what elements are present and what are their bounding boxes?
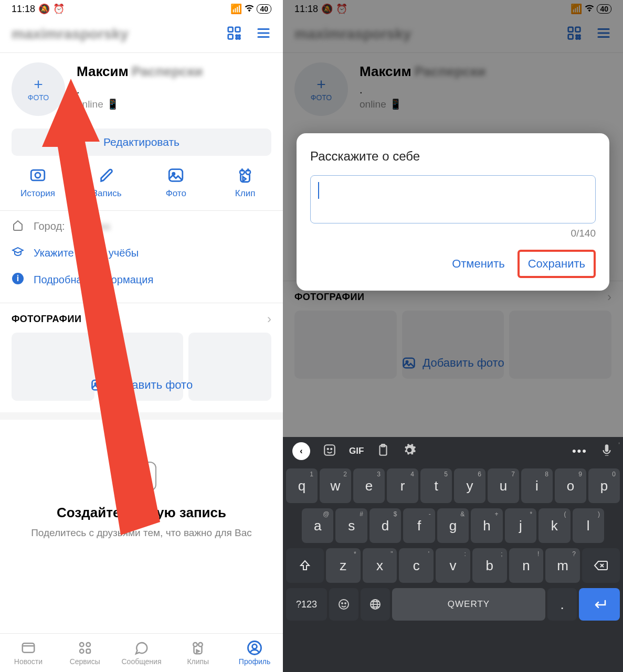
key-w[interactable]: w2: [320, 468, 351, 503]
key-z[interactable]: z*: [326, 548, 361, 583]
tab-services[interactable]: Сервисы: [57, 634, 113, 672]
tab-clips[interactable]: Клипы: [170, 634, 226, 672]
sticker-icon[interactable]: [323, 443, 336, 459]
avatar-add-photo[interactable]: + ФОТО: [12, 62, 65, 116]
page-header: maximrasporsky: [0, 18, 283, 52]
action-clip[interactable]: Клип: [210, 166, 280, 199]
bottom-tabbar: Новости Сервисы Сообщения Клипы Профиль: [0, 633, 283, 672]
kbd-row-1: q1w2e3r4t5y6u7i8o9p0: [286, 468, 620, 503]
tab-messages[interactable]: Сообщения: [113, 634, 170, 672]
svg-point-49: [345, 603, 346, 604]
numeric-key[interactable]: ?123: [286, 588, 327, 621]
key-c[interactable]: c': [399, 548, 434, 583]
key-s[interactable]: s#: [335, 508, 367, 543]
svg-rect-20: [23, 643, 35, 653]
right-screenshot: 11:18 🔕 ⏰ 📶 40 maximrasporsky + ФОТО: [283, 0, 623, 672]
photo-tiles: Добавить фото: [0, 333, 283, 412]
svg-point-11: [35, 173, 40, 178]
info-study[interactable]: Укажите место учёбы: [0, 240, 283, 266]
key-l[interactable]: l): [573, 508, 604, 543]
info-city[interactable]: Город: Москва: [0, 213, 283, 240]
photos-section-header[interactable]: ФОТОГРАФИИ ›: [0, 303, 283, 333]
key-v[interactable]: v:: [436, 548, 470, 583]
svg-rect-24: [86, 649, 90, 654]
avatar-label: ФОТО: [28, 93, 49, 102]
key-g[interactable]: g&: [437, 508, 469, 543]
key-q[interactable]: q1: [286, 468, 318, 503]
key-a[interactable]: a@: [302, 508, 333, 543]
key-j[interactable]: j*: [505, 508, 536, 543]
svg-point-44: [331, 449, 332, 450]
key-d[interactable]: d$: [369, 508, 401, 543]
key-y[interactable]: y6: [454, 468, 485, 503]
char-counter: 0/140: [310, 228, 596, 239]
key-p[interactable]: p0: [588, 468, 620, 503]
left-screenshot: 11:18 🔕 ⏰ 📶 40 maximrasporsky + ФОТО: [0, 0, 283, 672]
add-photo-button[interactable]: Добавить фото: [0, 378, 283, 392]
key-f[interactable]: f-: [403, 508, 435, 543]
cancel-button[interactable]: Отменить: [445, 252, 512, 276]
key-o[interactable]: o9: [555, 468, 586, 503]
key-h[interactable]: h+: [471, 508, 502, 543]
profile-section: + ФОТО Максим Расперски . online 📱: [0, 53, 283, 123]
enter-key[interactable]: [579, 588, 620, 621]
compose-icon: [127, 462, 156, 491]
key-i[interactable]: i8: [521, 468, 553, 503]
svg-point-28: [252, 644, 257, 649]
kbd-row-2: a@s#d$f-g&h+j*k(l): [286, 508, 620, 543]
tab-profile[interactable]: Профиль: [226, 634, 283, 672]
mic-icon[interactable]: [600, 443, 614, 459]
quick-actions: История Запись Фото Клип: [0, 163, 283, 210]
settings-icon[interactable]: [403, 443, 416, 459]
kbd-more-icon[interactable]: •••: [572, 444, 587, 458]
info-more[interactable]: i Подробная информация: [0, 266, 283, 293]
svg-point-25: [194, 643, 198, 647]
key-e[interactable]: e3: [353, 468, 385, 503]
svg-point-14: [240, 170, 245, 175]
emoji-key[interactable]: ,: [329, 588, 358, 621]
compose-title: Создайте первую запись: [12, 505, 271, 521]
key-m[interactable]: m?: [545, 548, 580, 583]
action-photo[interactable]: Фото: [142, 166, 211, 199]
plus-icon: +: [34, 77, 43, 92]
info-list: Город: Москва Укажите место учёбы i Подр…: [0, 211, 283, 303]
svg-point-21: [80, 643, 84, 647]
svg-point-6: [239, 38, 240, 39]
key-b[interactable]: b;: [472, 548, 507, 583]
chevron-right-icon: ›: [267, 312, 271, 326]
key-n[interactable]: n!: [509, 548, 544, 583]
compose-empty-state: Создайте первую запись Поделитесь с друз…: [0, 420, 283, 551]
spacebar[interactable]: QWERTY: [392, 588, 545, 621]
key-x[interactable]: x": [363, 548, 397, 583]
language-key[interactable]: [361, 588, 390, 621]
edit-profile-button[interactable]: Редактировать: [12, 129, 271, 156]
status-text: .: [77, 84, 271, 96]
kbd-collapse-icon[interactable]: ‹: [292, 442, 310, 460]
about-textarea[interactable]: [310, 175, 596, 223]
action-story[interactable]: История: [3, 166, 72, 199]
key-u[interactable]: u7: [488, 468, 519, 503]
clipboard-icon[interactable]: [376, 443, 390, 459]
dnd-icon: 🔕: [38, 3, 50, 15]
menu-icon[interactable]: [256, 25, 271, 43]
qr-icon[interactable]: [226, 25, 242, 43]
status-time: 11:18: [12, 4, 35, 15]
key-r[interactable]: r4: [387, 468, 418, 503]
shift-key[interactable]: [286, 548, 324, 583]
soft-keyboard: ‹ GIF ••• q1w2e3r4t5y6u7i8o9p0 a@s#d$f-g…: [283, 437, 623, 672]
status-bar: 11:18 🔕 ⏰ 📶 40: [0, 0, 283, 18]
save-button[interactable]: Сохранить: [518, 250, 596, 278]
key-k[interactable]: k(: [538, 508, 570, 543]
svg-point-3: [236, 35, 238, 37]
mobile-icon: 📱: [107, 98, 119, 110]
svg-point-43: [328, 449, 329, 450]
action-post[interactable]: Запись: [72, 166, 142, 199]
gif-button[interactable]: GIF: [349, 446, 364, 456]
backspace-key[interactable]: [582, 548, 620, 583]
profile-name: Максим Расперски: [77, 63, 271, 80]
online-status: online 📱: [77, 98, 271, 110]
kbd-row-3: z*x"c'v:b;n!m?: [286, 548, 620, 583]
key-t[interactable]: t5: [420, 468, 452, 503]
tab-news[interactable]: Новости: [0, 634, 57, 672]
period-key[interactable]: .: [547, 588, 577, 621]
